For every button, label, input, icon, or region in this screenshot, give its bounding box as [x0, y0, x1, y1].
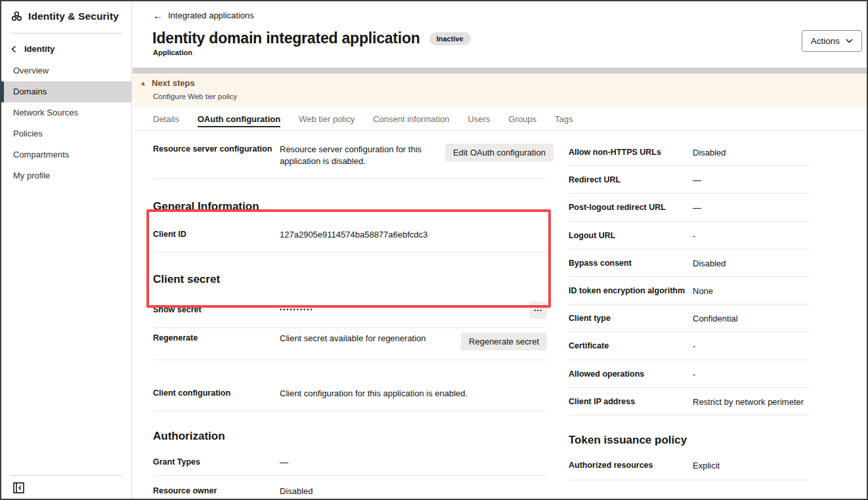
field-label: Redirect URL — [569, 175, 693, 186]
field-label: Allow non-HTTPS URLs — [569, 147, 693, 158]
actions-button-label: Actions — [811, 36, 840, 46]
sidebar-item-network-sources[interactable]: Network Sources — [1, 102, 131, 123]
chevron-down-icon — [846, 39, 853, 43]
configure-web-tier-policy-link[interactable]: Configure Web tier policy — [153, 93, 237, 100]
field-value: Disabled — [693, 147, 726, 159]
field-value: — — [693, 202, 701, 214]
tab-details[interactable]: Details — [153, 107, 179, 130]
authorization-heading: Authorization — [153, 430, 547, 443]
next-steps-banner: ▲ Next steps Configure Web tier policy — [133, 73, 867, 107]
allow-non-https-row: Allow non-HTTPS URLs Disabled — [569, 138, 809, 166]
field-label: ID token encryption algorithm — [569, 285, 693, 297]
client-secret-heading: Client secret — [153, 273, 547, 286]
field-label: Authorized resources — [569, 460, 693, 471]
sidebar-item-overview[interactable]: Overview — [1, 60, 131, 81]
field-label: Show secret — [153, 304, 280, 316]
collapse-sidebar-button[interactable] — [12, 481, 25, 494]
field-label: Bypass consent — [569, 258, 693, 269]
identity-security-icon — [11, 11, 22, 22]
field-label: Client configuration — [153, 388, 280, 399]
actions-button[interactable]: Actions — [802, 30, 862, 52]
sidebar-group-identity[interactable]: Identity — [1, 33, 131, 60]
field-label: Client type — [569, 313, 693, 324]
post-logout-redirect-url-row: Post-logout redirect URL — — [569, 194, 809, 221]
field-label: Resource owner — [153, 486, 280, 497]
oci-console-window: Identity & Security Identity Overview Do… — [0, 0, 868, 500]
field-value: Resource server configuration for this a… — [280, 144, 445, 167]
redirect-url-row: Redirect URL — — [569, 166, 809, 194]
allowed-operations-row: Allowed operations - — [569, 360, 809, 388]
tab-web-tier-policy[interactable]: Web tier policy — [299, 107, 355, 130]
tab-users[interactable]: Users — [467, 107, 490, 130]
edit-oauth-configuration-button[interactable]: Edit OAuth configuration — [445, 144, 553, 161]
regenerate-row: Regenerate Client secret available for r… — [153, 328, 547, 360]
field-value: — — [280, 457, 288, 469]
app-title: Identity & Security — [28, 10, 119, 22]
client-id-row: Client ID 127a2905e9114574ba58877a6ebfcd… — [153, 213, 547, 252]
field-value: Confidential — [693, 313, 738, 325]
regenerate-secret-button[interactable]: Regenerate secret — [461, 333, 547, 350]
field-label: Grant Types — [153, 457, 280, 468]
field-value: Client configuration for this applicatio… — [280, 388, 467, 400]
field-label: Client ID — [153, 229, 280, 240]
tab-consent-information[interactable]: Consent information — [373, 107, 449, 130]
authorized-resources-row: Authorized resources Explicit — [569, 447, 809, 480]
back-link-label: Integrated applications — [168, 10, 254, 20]
sidebar-group-label: Identity — [24, 44, 54, 54]
field-label: Client IP address — [569, 396, 693, 407]
tab-oauth-configuration[interactable]: OAuth configuration — [198, 107, 280, 130]
secret-options-button[interactable]: ··· — [529, 302, 547, 319]
resource-server-row: Resource server configuration Resource s… — [153, 131, 547, 179]
tab-tags[interactable]: Tags — [555, 107, 573, 130]
panel-collapse-icon — [13, 482, 24, 493]
sidebar-item-my-profile[interactable]: My profile — [1, 165, 131, 186]
sidebar-header: Identity & Security — [1, 1, 131, 31]
field-value: Restrict by network perimeter — [693, 396, 804, 408]
field-value: Explicit — [693, 460, 720, 472]
tab-groups[interactable]: Groups — [508, 107, 536, 130]
chevron-left-icon — [11, 45, 16, 53]
certificate-row: Certificate - — [569, 332, 809, 360]
field-label: Allowed operations — [569, 369, 693, 380]
field-label: Resource server configuration — [153, 144, 280, 155]
oauth-summary-panel: Allow non-HTTPS URLs Disabled Redirect U… — [569, 131, 809, 480]
page-header: ← Integrated applications Identity domai… — [133, 1, 867, 68]
general-information-heading: General Information — [153, 200, 547, 213]
logout-url-row: Logout URL - — [569, 222, 809, 249]
client-ip-address-row: Client IP address Restrict by network pe… — [569, 388, 809, 415]
breadcrumb-back-link[interactable]: ← Integrated applications — [153, 10, 254, 20]
status-badge: Inactive — [429, 32, 471, 45]
resource-owner-row: Resource owner Disabled — [153, 476, 547, 500]
sidebar-bottom-divider — [11, 475, 122, 476]
grant-types-row: Grant Types — — [153, 447, 547, 476]
field-label: Certificate — [569, 341, 693, 352]
field-value: None — [693, 285, 713, 297]
tab-bar: Details OAuth configuration Web tier pol… — [133, 107, 867, 131]
client-configuration-row: Client configuration Client configuratio… — [153, 360, 547, 411]
field-value: - — [693, 230, 695, 242]
client-id-value: 127a2905e9114574ba58877a6ebfcdc3 — [280, 229, 427, 241]
sidebar-item-policies[interactable]: Policies — [1, 123, 131, 144]
header-divider-strip — [133, 68, 867, 73]
warning-icon: ▲ — [140, 80, 146, 87]
field-value: Disabled — [280, 486, 313, 497]
ellipsis-icon: ··· — [534, 305, 542, 315]
field-value: - — [693, 369, 695, 381]
oauth-configuration-panel: Resource server configuration Resource s… — [153, 131, 547, 500]
field-value: Disabled — [693, 258, 726, 270]
sidebar-item-compartments[interactable]: Compartments — [1, 144, 131, 165]
show-secret-row: Show secret •••••••••• ··· — [153, 286, 547, 328]
field-value: - — [693, 341, 695, 352]
field-value: Client secret available for regeneration — [280, 333, 426, 344]
back-arrow-icon: ← — [153, 10, 163, 20]
field-value: — — [693, 175, 701, 186]
token-issuance-policy-heading: Token issuance policy — [569, 434, 809, 447]
field-label: Regenerate — [153, 333, 280, 344]
page-title: Identity domain integrated application — [152, 30, 420, 47]
bypass-consent-row: Bypass consent Disabled — [569, 249, 809, 277]
sidebar-item-domains[interactable]: Domains — [1, 81, 131, 102]
masked-secret-value: •••••••••• — [280, 306, 314, 314]
field-label: Logout URL — [569, 230, 693, 241]
banner-title: Next steps — [152, 78, 195, 88]
sidebar: Identity & Security Identity Overview Do… — [1, 1, 132, 499]
